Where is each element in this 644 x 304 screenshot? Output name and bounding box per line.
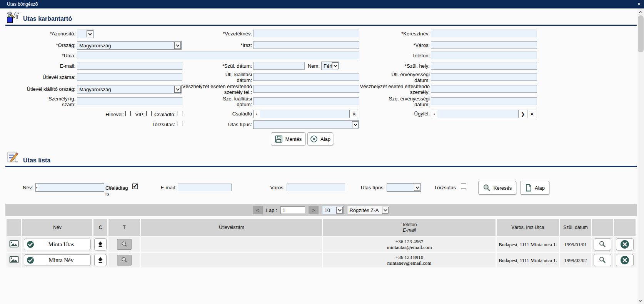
search-nev-label: Név:: [11, 185, 33, 190]
csaladfo-picker-input[interactable]: [260, 110, 349, 118]
passenger-name-button[interactable]: Minta Név: [24, 254, 91, 266]
delete-cell: [614, 237, 636, 252]
varos-input[interactable]: [431, 41, 537, 49]
utas-tipus-select[interactable]: [253, 120, 359, 129]
header-blank: [614, 219, 636, 236]
header-nev: Név: [22, 219, 92, 236]
sze-kiallitasi-input[interactable]: [253, 97, 359, 105]
ugyfel-picker: ● ❯ ✕: [431, 110, 537, 118]
detail-cell: [108, 237, 140, 252]
row-delete-button[interactable]: [616, 254, 634, 266]
csaladtag-label: Családtag is: [105, 185, 132, 197]
list-alap-button[interactable]: Alap: [520, 181, 549, 195]
csaladtag-checkbox[interactable]: [132, 184, 138, 189]
page-label: Lap :: [266, 207, 277, 213]
form-alap-button[interactable]: Alap: [307, 132, 333, 145]
bullet-icon: ●: [254, 110, 260, 118]
utca-label: *Utca:: [5, 53, 75, 58]
header-blank: [592, 219, 613, 236]
search-email-input[interactable]: [178, 184, 232, 191]
search-torzsutas-checkbox[interactable]: [461, 184, 466, 189]
ugyfel-picker-input[interactable]: [437, 110, 518, 118]
search-varos-input[interactable]: [287, 184, 345, 191]
blank-page-icon: [525, 184, 532, 192]
ugyfel-open-button[interactable]: ❯: [518, 110, 527, 118]
chevron-down-icon: [332, 62, 339, 69]
nem-select[interactable]: Férfi: [321, 62, 339, 70]
view-cell: [592, 253, 613, 267]
keresztnev-input[interactable]: [431, 30, 537, 37]
window-titlebar: Utas böngészõ: [0, 0, 644, 8]
page-number-input[interactable]: [280, 206, 305, 214]
upload-button[interactable]: [94, 238, 107, 251]
scroll-down-button[interactable]: [637, 297, 644, 304]
page-size-select[interactable]: 10: [322, 206, 344, 214]
table-row: Minta Utas: [7, 237, 636, 252]
szul-hely-input[interactable]: [431, 62, 537, 70]
header-utlevelszam: Útlevélszám: [141, 219, 322, 236]
chevron-down-icon: [336, 207, 343, 214]
row-delete-button[interactable]: [616, 238, 634, 251]
sort-select[interactable]: Rögzítés Z-A: [347, 206, 389, 214]
search-nev-picker: ● ✕: [35, 183, 104, 192]
name-cell: Minta Név: [22, 253, 92, 267]
upload-cell: [93, 253, 107, 267]
header-szul-datum: Szül. dátum: [560, 219, 591, 236]
vezeteknev-input[interactable]: [253, 30, 359, 37]
azonosito-select[interactable]: [77, 30, 94, 38]
row-search-button[interactable]: [594, 238, 611, 251]
x-circle-icon: [620, 240, 629, 249]
window-close-button[interactable]: ✕: [637, 0, 641, 8]
vertical-scrollbar[interactable]: [637, 8, 644, 304]
kereses-button[interactable]: Keresés: [478, 181, 516, 195]
chevron-down-icon: [352, 121, 359, 128]
vezeteknev-label: *Vezetéknév:: [171, 31, 252, 37]
ugyfel-clear-button[interactable]: ✕: [527, 110, 537, 118]
chevron-down-icon: [414, 184, 420, 191]
search-torzsutas-label: Törzsutas: [434, 185, 459, 190]
disabled-search-button[interactable]: [117, 239, 132, 250]
passenger-name-button[interactable]: Minta Utas: [24, 239, 91, 250]
orszag-select[interactable]: Magyarország: [77, 41, 182, 50]
email-input[interactable]: [77, 62, 182, 70]
hirlevel-checkbox[interactable]: [125, 111, 131, 116]
utl-ervenyessegi-label: Útl. érvényességi dátum:: [349, 72, 430, 83]
upload-button[interactable]: [94, 254, 107, 266]
utca-input[interactable]: [77, 52, 359, 59]
photo-cell: [7, 253, 21, 267]
delete-cell: [614, 253, 636, 267]
search-nev-input[interactable]: [38, 184, 108, 191]
utlevel-kiallito-label: Útlevél kiállító ország:: [5, 86, 75, 92]
vip-checkbox[interactable]: [146, 111, 152, 116]
irsz-input[interactable]: [253, 41, 359, 49]
page-prev-button[interactable]: <: [253, 206, 263, 214]
telefon-input[interactable]: [431, 52, 537, 59]
utas-tipus-label: Utas típus:: [171, 122, 252, 127]
utl-ervenyessegi-input[interactable]: [431, 73, 537, 81]
search-icon: [121, 257, 128, 264]
veszhelyzet-tel-input[interactable]: [253, 85, 359, 93]
bullet-icon: ●: [431, 110, 437, 118]
szemelyi-label: Személyi ig. szám:: [5, 96, 75, 107]
scroll-thumb[interactable]: [638, 15, 644, 52]
passport-cell: [141, 253, 322, 267]
disabled-search-button[interactable]: [117, 255, 132, 266]
szemelyi-input[interactable]: [77, 97, 182, 105]
search-icon: [599, 256, 606, 264]
utl-kiallitasi-input[interactable]: [253, 73, 359, 81]
row-search-button[interactable]: [594, 254, 611, 266]
sze-kiallitasi-label: Sze. kiállítási dátum:: [171, 96, 252, 107]
utlevel-kiallito-select[interactable]: Magyarország: [77, 85, 182, 94]
mentes-button[interactable]: Mentés: [271, 132, 305, 145]
keresztnev-label: *Keresztnév:: [349, 31, 430, 37]
szul-datum-input[interactable]: [253, 62, 305, 70]
veszhelyzet-szemely-input[interactable]: [431, 85, 537, 93]
page-next-button[interactable]: >: [309, 206, 319, 214]
sze-ervenyessegi-input[interactable]: [431, 97, 537, 105]
search-utas-tipus-select[interactable]: [387, 183, 421, 192]
scroll-up-button[interactable]: [637, 8, 644, 15]
check-circle-icon: [27, 241, 34, 248]
chevron-down-icon: [382, 207, 389, 214]
utlevel-szama-input[interactable]: [77, 73, 182, 81]
telefon-label: Telefon:: [349, 53, 430, 58]
